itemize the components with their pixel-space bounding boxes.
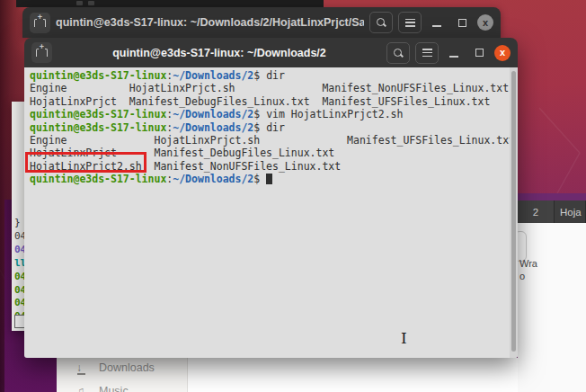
text-cursor-pointer	[401, 330, 409, 346]
terminal-text: quintin@e3ds-S17-linux	[30, 108, 166, 120]
file-manager-window[interactable]: ↓Downloads♫Music	[57, 358, 518, 392]
search-button[interactable]	[386, 42, 410, 64]
maximize-button[interactable]	[469, 42, 489, 64]
terminal-line: quintin@e3ds-S17-linux:~/Downloads/2$ di…	[30, 121, 515, 134]
minimize-button[interactable]	[427, 12, 447, 33]
background-terminal-titlebar[interactable]: + quintin@e3ds-S17-linux: ~/Downloads/2/…	[22, 7, 501, 38]
plus-icon: +	[39, 44, 45, 50]
hamburger-icon	[422, 49, 432, 57]
terminal-text: quintin@e3ds-S17-linux	[30, 69, 166, 82]
download-icon: ↓	[76, 362, 88, 374]
terminal-text: $ dir	[253, 69, 285, 82]
minimize-icon	[432, 25, 441, 27]
editor-header-strip	[518, 193, 586, 200]
terminal-text: $ vim HojatLinxPrjct2.sh	[253, 108, 403, 120]
hamburger-icon	[405, 19, 415, 27]
terminal-scrollbar[interactable]	[510, 67, 518, 358]
terminal-line: quintin@e3ds-S17-linux:~/Downloads/2$ di…	[30, 69, 515, 82]
terminal-text: Engine HojatLinxPrjct.sh Manifest_NonUFS…	[30, 82, 509, 94]
terminal-text: ~/Downloads/2	[173, 108, 253, 120]
maximize-button[interactable]	[452, 12, 472, 33]
clipped-text: Wra	[519, 258, 537, 269]
new-tab-button[interactable]: +	[30, 13, 50, 33]
plus-icon: +	[37, 14, 43, 21]
terminal-body[interactable]: quintin@e3ds-S17-linux:~/Downloads/2$ di…	[24, 67, 518, 358]
background-tabbed-editor[interactable]: 2Hoja Wra o	[518, 193, 586, 392]
editor-tab-2[interactable]: 2	[518, 200, 555, 223]
sidebar-item-downloads[interactable]: ↓Downloads	[76, 361, 155, 374]
terminal-block-cursor	[266, 174, 272, 184]
clipped-text: o	[519, 271, 525, 281]
terminal-text: ~/Downloads/2	[173, 69, 253, 82]
terminal-line: quintin@e3ds-S17-linux:~/Downloads/2$ vi…	[30, 108, 515, 120]
maximize-icon	[475, 49, 484, 57]
tiny-window-glyph	[88, 1, 94, 5]
search-icon	[393, 48, 404, 58]
close-button[interactable]: x	[494, 45, 511, 61]
sidebar-item-music[interactable]: ♫Music	[76, 385, 129, 392]
window-title: quintin@e3ds-S17-linux: ~/Downloads/2	[58, 47, 381, 59]
search-button[interactable]	[369, 12, 393, 33]
menu-button[interactable]	[415, 42, 439, 64]
minimize-button[interactable]	[444, 42, 464, 64]
terminal-line: quintin@e3ds-S17-linux:~/Downloads/2$	[30, 173, 515, 185]
window-title: quintin@e3ds-S17-linux: ~/Downloads/2/Ho…	[56, 16, 364, 29]
editor-tabbar: 2Hoja	[518, 200, 586, 223]
terminal-text: ~/Downloads/2	[173, 173, 253, 185]
maximize-icon	[458, 19, 466, 27]
terminal-titlebar[interactable]: + quintin@e3ds-S17-linux: ~/Downloads/2 …	[24, 38, 518, 67]
sidebar-item-label: Music	[99, 385, 129, 392]
terminal-text: quintin@e3ds-S17-linux	[30, 173, 166, 185]
terminal-text: quintin@e3ds-S17-linux	[30, 121, 166, 134]
tiny-window-glyph	[76, 1, 83, 5]
terminal-text: Engine HojatLinxPrjct.sh Manifest_UFSFil…	[30, 134, 515, 147]
terminal-text: $	[253, 173, 266, 185]
minimize-icon	[449, 56, 458, 58]
scrollbar-thumb[interactable]	[511, 71, 516, 352]
terminal-text: $ dir	[253, 121, 285, 134]
menu-button[interactable]	[398, 12, 422, 33]
close-button[interactable]: x	[477, 14, 493, 31]
terminal-text: HojatLinxPrjct Manifest_DebugFiles_Linux…	[30, 95, 490, 108]
new-tab-button[interactable]: +	[31, 42, 52, 63]
music-icon: ♫	[76, 386, 88, 392]
terminal-line: Engine HojatLinxPrjct.sh Manifest_NonUFS…	[30, 82, 515, 94]
editor-tab-hoja[interactable]: Hoja	[555, 200, 586, 223]
desktop: + quintin@e3ds-S17-linux: ~/Downloads/2/…	[0, 0, 586, 392]
terminal-window[interactable]: + quintin@e3ds-S17-linux: ~/Downloads/2 …	[24, 38, 518, 358]
terminal-line: Engine HojatLinxPrjct.sh Manifest_UFSFil…	[30, 134, 515, 147]
search-icon	[376, 17, 386, 28]
clipped-top-window-edge	[16, 0, 324, 7]
file-manager-sidebar: ↓Downloads♫Music	[57, 358, 188, 392]
terminal-text: ~/Downloads/2	[173, 121, 253, 134]
sidebar-item-label: Downloads	[99, 361, 155, 374]
annotation-highlight-box	[25, 152, 146, 173]
terminal-line: HojatLinxPrjct Manifest_DebugFiles_Linux…	[30, 95, 515, 108]
